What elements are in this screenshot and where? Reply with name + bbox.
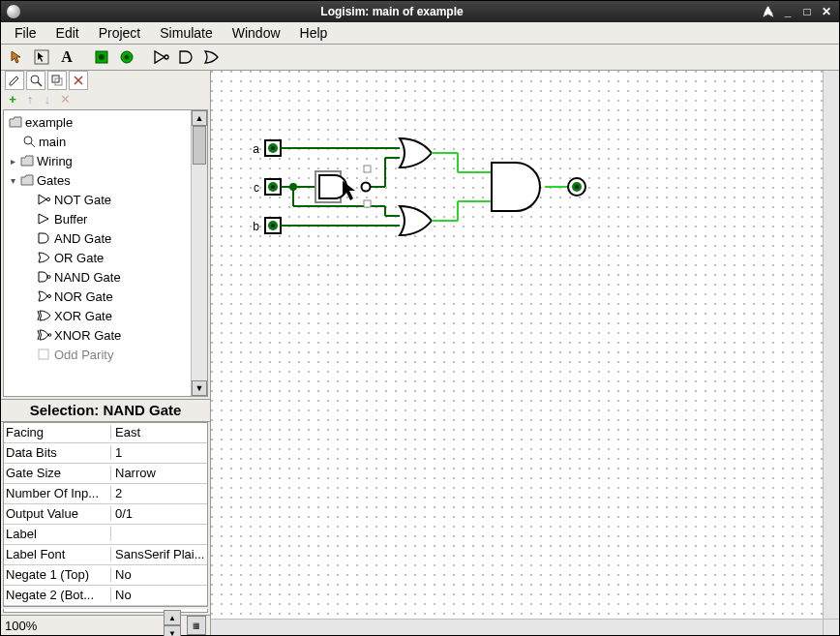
prop-row[interactable]: Data Bits1	[4, 443, 207, 464]
tree-label: NAND Gate	[54, 270, 121, 285]
project-tree[interactable]: example main ▸ Wiring ▾ Gates	[3, 109, 208, 397]
input-pin-c[interactable]: c	[254, 179, 281, 195]
tool-edit-circuit[interactable]	[5, 71, 24, 90]
prop-row[interactable]: Label	[4, 525, 207, 545]
prop-value[interactable]: Narrow	[111, 466, 207, 480]
menu-help[interactable]: Help	[290, 23, 338, 43]
tool-delete[interactable]	[69, 71, 88, 90]
nand-gate-placed[interactable]	[315, 166, 371, 207]
prop-value[interactable]: No	[111, 567, 207, 582]
tree-gate-nor[interactable]: NOR Gate	[4, 287, 207, 306]
prop-row[interactable]: Gate SizeNarrow	[4, 464, 207, 484]
tree-project-root[interactable]: example	[4, 112, 207, 132]
prop-row[interactable]: Output Value0/1	[4, 504, 207, 525]
folder-icon	[8, 114, 23, 130]
window-close-button[interactable]: ✕	[820, 5, 833, 18]
tree-label: OR Gate	[54, 251, 104, 265]
tree-scrollbar[interactable]: ▲ ▼	[191, 110, 207, 396]
tool-output-pin[interactable]	[115, 45, 138, 69]
scroll-up-button[interactable]: ▲	[192, 110, 207, 126]
tree-circuit-main[interactable]: main	[4, 132, 207, 151]
svg-rect-45	[364, 200, 371, 207]
window-stick-button[interactable]: ⮝	[762, 5, 775, 18]
canvas-area[interactable]: a c b	[211, 71, 839, 635]
tree-lib-wiring[interactable]: ▸ Wiring	[4, 151, 207, 170]
svg-rect-18	[39, 349, 48, 359]
menu-window[interactable]: Window	[223, 23, 290, 43]
titlebar: Logisim: main of example ⮝ _ □ ✕	[1, 1, 839, 22]
zoom-grid-button[interactable]: ▦	[187, 616, 206, 635]
scroll-thumb[interactable]	[193, 126, 206, 165]
prop-value[interactable]: No	[111, 588, 207, 602]
tool-or-gate[interactable]	[200, 45, 224, 69]
window-minimize-button[interactable]: _	[781, 5, 795, 18]
zoom-bar: 100% ▲ ▼ ▦	[1, 615, 210, 635]
prop-value[interactable]: 1	[111, 445, 207, 460]
prop-value[interactable]: SansSerif Plai...	[111, 547, 207, 561]
menu-project[interactable]: Project	[89, 23, 151, 43]
tree-label: NOT Gate	[54, 193, 111, 207]
prop-key: Facing	[4, 425, 111, 439]
svg-point-15	[47, 276, 50, 279]
tool-select[interactable]	[30, 45, 53, 69]
and-gate[interactable]	[492, 163, 540, 211]
or-gate-top[interactable]	[400, 138, 432, 167]
tool-not-gate[interactable]	[150, 45, 173, 69]
menu-file[interactable]: File	[5, 23, 46, 43]
canvas-vscrollbar[interactable]	[823, 71, 839, 620]
tool-poke[interactable]	[5, 45, 28, 69]
tree-gate-buffer[interactable]: Buffer	[4, 209, 207, 228]
add-circuit-button[interactable]: +	[5, 91, 20, 106]
scroll-down-button[interactable]: ▼	[192, 380, 207, 396]
zoom-value[interactable]: 100%	[5, 619, 162, 633]
remove-button[interactable]: ✕	[57, 91, 73, 106]
and-gate-icon	[37, 230, 52, 246]
app-window: Logisim: main of example ⮝ _ □ ✕ File Ed…	[0, 0, 840, 636]
tool-view-circuit[interactable]	[26, 71, 45, 90]
tree-gate-xnor[interactable]: XNOR Gate	[4, 325, 207, 345]
tree-gate-nand[interactable]: NAND Gate	[4, 267, 207, 287]
move-up-button[interactable]: ↑	[22, 91, 38, 106]
svg-text:c: c	[254, 181, 259, 195]
tree-gate-and[interactable]: AND Gate	[4, 228, 207, 248]
toolbar: A	[1, 45, 839, 71]
prop-value[interactable]: 0/1	[111, 506, 207, 521]
prop-value[interactable]: East	[111, 425, 207, 439]
tree-lib-gates[interactable]: ▾ Gates	[4, 170, 207, 190]
parity-icon	[37, 347, 52, 362]
window-maximize-button[interactable]: □	[800, 5, 814, 18]
or-gate-bottom[interactable]	[400, 206, 432, 235]
prop-row[interactable]: FacingEast	[4, 423, 207, 443]
menu-edit[interactable]: Edit	[46, 23, 89, 43]
collapse-icon[interactable]: ▾	[8, 175, 17, 186]
input-pin-a[interactable]: a	[253, 140, 281, 156]
move-down-button[interactable]: ↓	[40, 91, 55, 106]
tree-gate-xor[interactable]: XOR Gate	[4, 306, 207, 325]
prop-row[interactable]: Number Of Inp...2	[4, 484, 207, 504]
prop-row[interactable]: Label FontSansSerif Plai...	[4, 545, 207, 565]
explorer-toolbar	[1, 71, 210, 90]
prop-value[interactable]: 2	[111, 486, 207, 500]
tool-text[interactable]: A	[55, 45, 78, 69]
expand-icon[interactable]: ▸	[8, 156, 17, 167]
tool-and-gate[interactable]	[175, 45, 198, 69]
tree-gate-or[interactable]: OR Gate	[4, 248, 207, 267]
tree-gate-odd-parity[interactable]: Odd Parity	[4, 345, 207, 364]
prop-row[interactable]: Negate 2 (Bot...No	[4, 586, 207, 606]
canvas-hscrollbar[interactable]	[211, 619, 824, 635]
tree-gate-not[interactable]: NOT Gate	[4, 190, 207, 209]
zoom-out-button[interactable]: ▼	[164, 625, 181, 636]
tree-label: Odd Parity	[54, 348, 113, 362]
nor-gate-icon	[37, 288, 52, 304]
svg-point-5	[165, 55, 168, 59]
tool-input-pin[interactable]	[90, 45, 113, 69]
tree-label: NOR Gate	[54, 289, 113, 304]
output-pin[interactable]	[568, 178, 585, 196]
prop-row[interactable]: Negate 1 (Top)No	[4, 565, 207, 586]
input-pin-b[interactable]: b	[253, 218, 281, 233]
svg-point-4	[125, 55, 130, 60]
menu-simulate[interactable]: Simulate	[150, 23, 222, 43]
svg-rect-44	[364, 166, 371, 172]
tool-edit-appearance[interactable]	[47, 71, 67, 90]
zoom-in-button[interactable]: ▲	[164, 610, 181, 625]
